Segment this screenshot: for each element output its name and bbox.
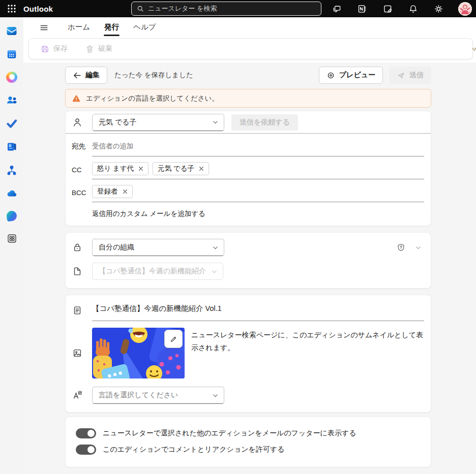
outlook-mail-icon[interactable] — [6, 25, 18, 37]
preview-eye-icon — [326, 71, 335, 80]
chevron-down-icon — [212, 392, 219, 399]
settings-card: ニュースレターで選択された他のエディションをメールのフッターに表示する このエデ… — [65, 417, 431, 467]
newsletter-icon[interactable] — [6, 141, 18, 153]
language-row: 言語を選択してください — [66, 378, 431, 412]
tab-home[interactable]: ホーム — [61, 17, 97, 38]
toggle-label: ニュースレターで選択された他のエディションをメールのフッターに表示する — [103, 429, 356, 438]
copilot-icon[interactable] — [6, 72, 17, 83]
app-rail — [0, 17, 23, 474]
cc-row: CC 怒り ます代 元気 でる子 — [66, 156, 431, 179]
thumbnail-row: ニュースレター検索ページに、このエディションのサムネイルとして表示されます。 — [66, 321, 431, 378]
warning-banner: エディションの言語を選択してください。 — [65, 89, 431, 108]
todo-check-icon[interactable] — [6, 117, 18, 130]
trash-icon — [85, 44, 95, 54]
sender-dropdown[interactable]: 元気 でる子 — [92, 114, 224, 131]
to-input[interactable]: 受信者の追加 — [92, 142, 424, 156]
edit-back-button[interactable]: 編集 — [65, 67, 107, 84]
topbar-icons — [331, 0, 472, 17]
visibility-row: 自分の組織 — [72, 239, 425, 256]
warning-text: エディションの言語を選択してください。 — [86, 94, 219, 103]
add-custom-reply-link[interactable]: 返信用のカスタム メールを追加する — [92, 210, 205, 217]
tab-row: ホーム 発行 ヘルプ — [23, 17, 476, 38]
tab-publish[interactable]: 発行 — [97, 17, 126, 38]
ribbon-header: ホーム 発行 ヘルプ 保存 — [23, 17, 476, 62]
save-icon — [40, 44, 50, 54]
text-document-icon — [72, 304, 92, 316]
edit-pencil-icon — [169, 335, 178, 343]
people-icon[interactable] — [6, 94, 18, 106]
footer-editions-toggle[interactable] — [76, 428, 96, 438]
newsletter-row: 【コパ塾通信】今週の新機能紹介 — [72, 263, 425, 280]
onenote-icon[interactable] — [356, 3, 368, 14]
page-content: 編集 たった今 を保存しました プレビュー 送信 — [23, 62, 476, 467]
tab-help[interactable]: ヘルプ — [126, 17, 163, 38]
recipient-chip[interactable]: 元気 でる子 — [153, 162, 209, 175]
recipient-chip[interactable]: 登録者 — [92, 185, 133, 198]
recipients-card: 元気 でる子 送信を依頼する 宛先 受信者の追加 CC 怒り ます代 — [65, 111, 431, 226]
comments-toggle-row: このエディションでコメントとリアクションを許可する — [73, 441, 424, 458]
newsletter-dropdown[interactable]: 【コパ塾通信】今週の新機能紹介 — [92, 263, 223, 280]
search-placeholder: ニュースレター を検索 — [148, 4, 217, 13]
search-icon — [137, 5, 144, 12]
lock-icon — [72, 242, 92, 253]
app-title: Outlook — [23, 5, 53, 13]
feedback-icon[interactable] — [331, 3, 342, 14]
save-button[interactable]: 保存 — [40, 44, 68, 54]
edit-thumbnail-button[interactable] — [164, 330, 183, 348]
shield-question-icon[interactable] — [396, 243, 406, 252]
org-chart-icon[interactable] — [6, 164, 18, 176]
dismiss-icon[interactable] — [138, 166, 143, 171]
ribbon-toolbar: 保存 破棄 — [28, 38, 473, 59]
discard-button[interactable]: 破棄 — [85, 44, 112, 54]
to-label: 宛先 — [72, 142, 92, 156]
expand-chevron-icon[interactable] — [415, 244, 422, 251]
action-bar: 編集 たった今 を保存しました プレビュー 送信 — [65, 66, 431, 84]
custom-reply-row: 返信用のカスタム メールを追加する — [66, 202, 431, 226]
warning-icon — [72, 94, 81, 103]
cc-input[interactable]: 怒り ます代 元気 でる子 — [92, 162, 424, 179]
edition-card: 【コパ塾通信】今週の新機能紹介 Vol.1 — [65, 295, 431, 413]
thumbnail-hint-text: ニュースレター検索ページに、このエディションのサムネイルとして表示されます。 — [191, 328, 424, 354]
footer-editions-toggle-row: ニュースレターで選択された他のエディションをメールのフッターに表示する — [73, 425, 424, 441]
to-placeholder: 受信者の追加 — [92, 142, 133, 152]
app-launcher-icon[interactable] — [0, 0, 23, 17]
calendar-icon[interactable] — [6, 48, 18, 60]
more-apps-icon[interactable] — [6, 232, 18, 244]
thumbnail-image — [92, 328, 185, 378]
bcc-label: BCC — [72, 189, 92, 202]
to-row: 宛先 受信者の追加 — [66, 134, 431, 156]
places-icon[interactable] — [6, 210, 18, 222]
arrow-left-icon — [73, 71, 81, 80]
title-input[interactable]: 【コパ塾通信】今週の新機能紹介 Vol.1 — [92, 304, 424, 321]
image-icon — [72, 347, 92, 359]
language-dropdown[interactable]: 言語を選択してください — [92, 387, 224, 404]
request-send-button[interactable]: 送信を依頼する — [231, 114, 298, 131]
dismiss-icon[interactable] — [199, 166, 204, 171]
main-area: ホーム 発行 ヘルプ 保存 — [23, 17, 476, 474]
bell-icon[interactable] — [407, 3, 419, 14]
notes-icon[interactable] — [382, 3, 393, 14]
preview-button[interactable]: プレビュー — [319, 67, 383, 84]
recipient-chip[interactable]: 怒り ます代 — [92, 162, 148, 175]
account-avatar[interactable] — [458, 2, 472, 16]
search-input[interactable]: ニュースレター を検索 — [131, 2, 321, 16]
translate-icon — [72, 390, 92, 401]
bcc-row: BCC 登録者 — [66, 179, 431, 202]
dismiss-icon[interactable] — [123, 189, 128, 194]
gear-icon[interactable] — [433, 3, 444, 14]
toggle-label: このエディションでコメントとリアクションを許可する — [103, 445, 285, 454]
sender-row: 元気 でる子 送信を依頼する — [66, 111, 431, 134]
comments-toggle[interactable] — [76, 445, 96, 455]
chevron-down-icon — [211, 268, 218, 275]
document-icon — [72, 266, 92, 277]
sensitivity-help-group — [396, 243, 425, 252]
ribbon-overflow-chevron[interactable] — [471, 47, 476, 53]
visibility-dropdown[interactable]: 自分の組織 — [92, 239, 224, 256]
chevron-down-icon — [212, 244, 219, 251]
onedrive-icon[interactable] — [6, 187, 18, 200]
hamburger-menu-icon[interactable] — [38, 22, 49, 34]
cc-label: CC — [72, 166, 92, 179]
bcc-input[interactable]: 登録者 — [92, 185, 424, 202]
send-button[interactable]: 送信 — [389, 67, 431, 84]
send-icon — [397, 71, 405, 80]
